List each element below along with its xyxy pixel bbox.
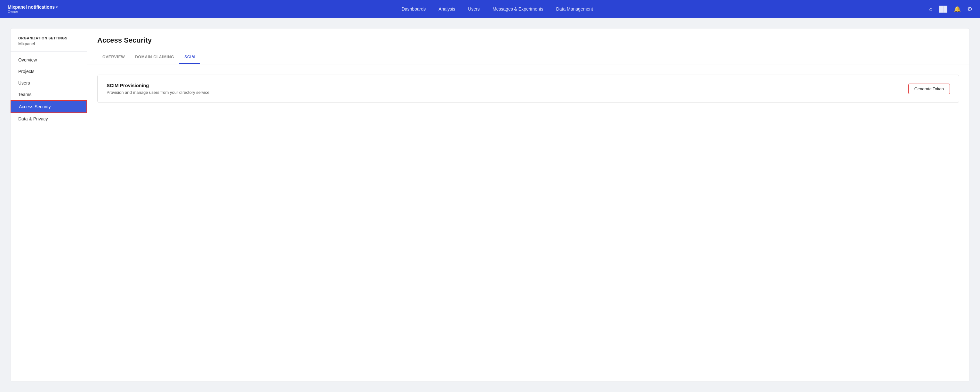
brand-name-text: Mixpanel notifications xyxy=(8,5,55,10)
tab-bar: OVERVIEW DOMAIN CLAIMING SCIM xyxy=(97,51,959,64)
brand-area[interactable]: Mixpanel notifications ▾ Owner xyxy=(8,5,65,13)
topnav-links: Dashboards Analysis Users Messages & Exp… xyxy=(65,6,929,11)
sidebar-item-access-security[interactable]: Access Security xyxy=(11,100,87,113)
gear-icon[interactable]: ⚙ xyxy=(967,5,972,13)
sidebar-item-users[interactable]: Users xyxy=(11,77,87,89)
tab-domain-claiming[interactable]: DOMAIN CLAIMING xyxy=(130,51,179,64)
sidebar-section-title: ORGANIZATION SETTINGS xyxy=(11,36,87,41)
sidebar-item-projects[interactable]: Projects xyxy=(11,66,87,77)
sidebar-item-data-privacy[interactable]: Data & Privacy xyxy=(11,113,87,124)
sidebar-org-name: Mixpanel xyxy=(11,41,87,51)
top-navigation: Mixpanel notifications ▾ Owner Dashboard… xyxy=(0,0,980,18)
main-layout: ORGANIZATION SETTINGS Mixpanel Overview … xyxy=(0,18,980,392)
grid-icon[interactable]: ██ xyxy=(939,6,947,13)
content-body: SCIM Provisioning Provision and manage u… xyxy=(87,64,969,113)
content-header: Access Security OVERVIEW DOMAIN CLAIMING… xyxy=(87,29,969,64)
content-area: Access Security OVERVIEW DOMAIN CLAIMING… xyxy=(87,28,970,382)
scim-card-description: Provision and manage users from your dir… xyxy=(107,90,211,95)
scim-card-info: SCIM Provisioning Provision and manage u… xyxy=(107,83,211,95)
nav-link-users[interactable]: Users xyxy=(468,6,480,11)
brand-chevron-icon: ▾ xyxy=(56,5,57,9)
generate-token-button[interactable]: Generate Token xyxy=(908,84,950,94)
scim-provisioning-card: SCIM Provisioning Provision and manage u… xyxy=(97,75,959,103)
scim-card-title: SCIM Provisioning xyxy=(107,83,211,88)
topnav-actions: ⌕ ██ 🔔 ⚙ xyxy=(929,5,972,13)
sidebar: ORGANIZATION SETTINGS Mixpanel Overview … xyxy=(10,28,87,382)
brand-name: Mixpanel notifications ▾ xyxy=(8,5,65,10)
nav-link-messages[interactable]: Messages & Experiments xyxy=(493,6,543,11)
bell-icon[interactable]: 🔔 xyxy=(954,5,961,13)
page-title: Access Security xyxy=(97,36,959,45)
tab-overview[interactable]: OVERVIEW xyxy=(97,51,130,64)
sidebar-item-teams[interactable]: Teams xyxy=(11,89,87,100)
nav-link-data-management[interactable]: Data Management xyxy=(556,6,593,11)
tab-scim[interactable]: SCIM xyxy=(179,51,200,64)
search-icon[interactable]: ⌕ xyxy=(929,6,932,13)
sidebar-item-overview[interactable]: Overview xyxy=(11,54,87,66)
nav-link-analysis[interactable]: Analysis xyxy=(439,6,455,11)
brand-role: Owner xyxy=(8,10,65,13)
nav-link-dashboards[interactable]: Dashboards xyxy=(402,6,426,11)
